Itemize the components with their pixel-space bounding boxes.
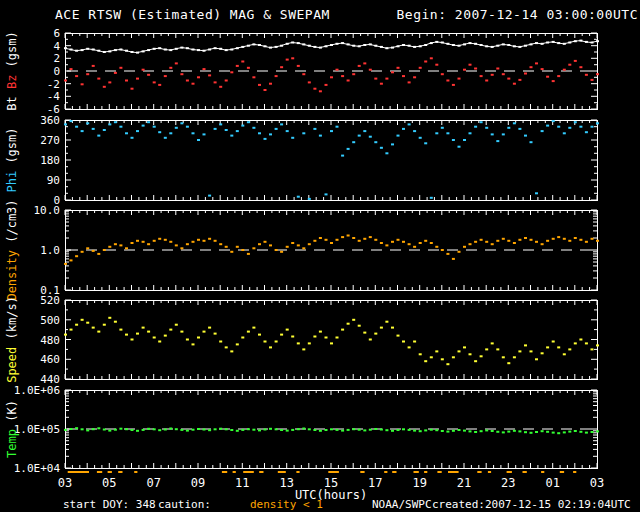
data-point-Density <box>136 240 139 242</box>
data-point-Bt <box>119 49 122 51</box>
data-point-Bt <box>363 44 366 46</box>
data-point-Bz <box>203 68 206 70</box>
data-point-Speed <box>530 350 533 352</box>
data-point-Bt <box>452 44 455 46</box>
data-point-Bz <box>114 72 117 74</box>
data-point-Phi <box>435 132 438 134</box>
data-point-Bt <box>524 45 527 47</box>
data-point-Bt <box>507 44 510 46</box>
caution-mark <box>259 471 263 473</box>
data-point-Speed <box>208 327 211 329</box>
data-point-Bz <box>186 80 189 82</box>
data-point-Phi <box>230 135 233 137</box>
data-point-Temp <box>275 428 278 430</box>
data-point-Speed <box>192 343 195 345</box>
data-point-Temp <box>103 429 106 431</box>
data-point-Temp <box>302 428 305 430</box>
x-tick-label: 03 <box>58 476 72 490</box>
data-point-Bz <box>452 84 455 86</box>
caution-mark <box>437 471 441 473</box>
data-point-Bt <box>513 45 516 47</box>
data-point-Bz <box>291 57 294 59</box>
data-point-Speed <box>164 335 167 337</box>
data-point-Density <box>142 241 145 243</box>
data-point-Temp <box>530 432 533 434</box>
data-point-Speed <box>518 350 521 352</box>
caution-mark <box>541 471 544 473</box>
data-point-Bt <box>108 50 111 52</box>
data-point-Phi <box>169 132 172 134</box>
data-point-Density <box>330 242 333 244</box>
data-point-Speed <box>380 327 383 329</box>
data-point-Density <box>236 246 239 248</box>
data-point-Speed <box>441 358 444 360</box>
data-point-Bz <box>275 75 278 77</box>
data-point-Bt <box>463 43 466 45</box>
data-point-Density <box>241 249 244 251</box>
caution-mark <box>573 471 576 473</box>
data-point-Speed <box>574 342 577 344</box>
data-point-Density <box>86 247 89 249</box>
data-point-Density <box>374 239 377 241</box>
data-point-Speed <box>596 344 599 346</box>
data-point-Bt <box>336 43 339 45</box>
data-point-Speed <box>397 335 400 337</box>
data-point-Bt <box>518 46 521 48</box>
data-point-Phi <box>153 126 156 128</box>
data-point-Density <box>97 253 100 255</box>
data-point-Density <box>275 249 278 251</box>
data-point-Density <box>352 237 355 239</box>
data-point-Phi <box>108 123 111 125</box>
data-point-Density <box>480 239 483 241</box>
data-point-Temp <box>108 430 111 432</box>
data-point-Density <box>92 250 95 252</box>
data-point-Bt <box>103 51 106 53</box>
data-point-Temp <box>430 429 433 431</box>
y-tick-label: 1.0 <box>40 244 60 257</box>
data-point-Bt <box>319 47 322 49</box>
data-point-Bz <box>313 88 316 90</box>
data-point-Bt <box>358 45 361 47</box>
data-point-Speed <box>496 348 499 350</box>
data-point-Density <box>197 239 200 241</box>
data-point-Phi <box>463 139 466 141</box>
data-point-Density <box>280 251 283 253</box>
data-point-Phi <box>341 155 344 157</box>
data-point-Bt <box>424 44 427 46</box>
data-point-Temp <box>319 430 322 432</box>
x-tick-label: 23 <box>501 476 515 490</box>
data-point-Temp <box>136 430 139 432</box>
data-point-Temp <box>297 428 300 430</box>
data-point-Speed <box>214 333 217 335</box>
data-point-Temp <box>380 429 383 431</box>
data-point-Density <box>325 239 328 241</box>
data-point-Phi <box>236 130 239 132</box>
data-point-Density <box>363 238 366 240</box>
data-point-Bz <box>585 74 588 76</box>
data-point-Speed <box>197 337 200 339</box>
data-point-Temp <box>214 428 217 430</box>
data-point-Temp <box>452 430 455 432</box>
data-point-Bt <box>225 49 228 51</box>
data-point-Bz <box>552 80 555 82</box>
caution-mark <box>222 471 227 473</box>
data-point-Temp <box>363 429 366 431</box>
data-point-Bz <box>225 80 228 82</box>
data-point-Bz <box>258 84 261 86</box>
data-point-Speed <box>264 341 267 343</box>
data-point-Phi <box>579 126 582 128</box>
data-point-Phi <box>247 121 250 123</box>
data-point-Density <box>413 246 416 248</box>
data-point-Bt <box>585 41 588 43</box>
data-point-Speed <box>291 336 294 338</box>
data-point-Temp <box>330 428 333 430</box>
data-point-Bt <box>214 47 217 49</box>
data-point-Speed <box>491 342 494 344</box>
data-point-Bt <box>341 42 344 44</box>
data-point-Bz <box>446 80 449 82</box>
data-point-Phi <box>574 121 577 123</box>
data-point-Temp <box>480 430 483 432</box>
data-point-Bz <box>424 61 427 63</box>
data-point-Bz <box>507 78 510 80</box>
data-point-Bz <box>70 68 73 70</box>
